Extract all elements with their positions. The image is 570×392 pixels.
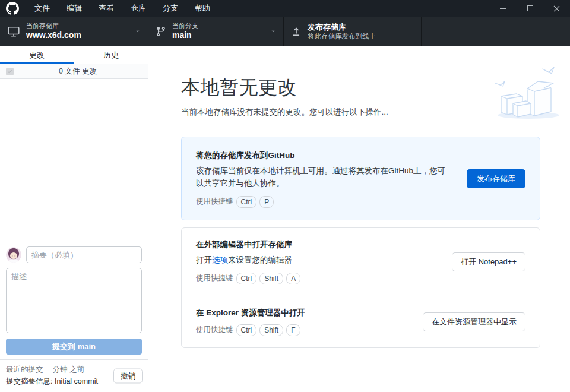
commit-button-prefix: 提交到 bbox=[52, 342, 78, 351]
menu-edit[interactable]: 编辑 bbox=[58, 0, 90, 17]
check-icon bbox=[7, 69, 12, 74]
publish-repository-title: 发布存储库 bbox=[308, 23, 376, 32]
menu-help[interactable]: 帮助 bbox=[186, 0, 218, 17]
chevron-down-icon bbox=[126, 27, 141, 36]
last-commit-panel: 最近的提交 一分钟 之前 提交摘要信息: Initial commit 撤销 bbox=[0, 359, 148, 392]
changes-list-empty-area bbox=[0, 79, 148, 241]
tab-changes[interactable]: 更改 bbox=[0, 46, 74, 64]
publish-repository-toolbar-button[interactable]: 发布存储库 将此存储库发布到线上 bbox=[284, 17, 422, 46]
current-repository-dropdown[interactable]: 当前存储库 www.x6d.com bbox=[0, 17, 148, 46]
shortcut-label: 使用快捷键 bbox=[196, 325, 233, 335]
changed-files-header: 0 文件 更改 bbox=[0, 64, 148, 79]
commit-form: 提交到 main bbox=[0, 241, 148, 359]
commit-summary-input[interactable] bbox=[26, 246, 142, 263]
files-changed-count: 0 文件 更改 bbox=[14, 67, 142, 77]
options-link[interactable]: 选项 bbox=[212, 255, 228, 264]
show-in-explorer-button[interactable]: 在文件资源管理器中显示 bbox=[423, 312, 525, 331]
maximize-icon bbox=[527, 5, 533, 11]
tab-history[interactable]: 历史 bbox=[74, 46, 148, 64]
toolbar: 当前存储库 www.x6d.com 当前分支 main 发布存储库 将此存储库发… bbox=[0, 17, 570, 46]
main-panel: 本地暂无更改 当前本地存储库没有未提交的更改。您可以进行以下操作... 将您的存… bbox=[148, 46, 570, 392]
open-in-editor-title: 在外部编辑器中打开存储库 bbox=[196, 239, 300, 250]
commit-description-input[interactable] bbox=[6, 268, 142, 333]
menu-view[interactable]: 查看 bbox=[90, 0, 122, 17]
kbd-ctrl: Ctrl bbox=[236, 196, 257, 208]
page-subtitle: 当前本地存储库没有未提交的更改。您可以进行以下操作... bbox=[181, 107, 539, 118]
sidebar-tabs: 更改 历史 bbox=[0, 46, 148, 64]
publish-card-description: 该存储库当前仅在本地计算机上可用。通过将其发布在GitHub上，您可以共享它并与… bbox=[196, 165, 451, 190]
chevron-down-icon bbox=[262, 27, 276, 36]
close-button[interactable] bbox=[543, 0, 570, 17]
editor-desc-before: 打开 bbox=[196, 255, 212, 264]
menu-branch[interactable]: 分支 bbox=[154, 0, 186, 17]
kbd-shift: Shift bbox=[259, 273, 283, 284]
toolbar-empty-area bbox=[422, 17, 570, 46]
kbd-f: F bbox=[286, 324, 300, 336]
sidebar: 更改 历史 0 文件 更改 提交到 main 最近的提交 一分钟 之前 提交摘要… bbox=[0, 46, 148, 392]
commit-to-branch-button[interactable]: 提交到 main bbox=[6, 339, 142, 355]
page-title: 本地暂无更改 bbox=[181, 75, 539, 101]
blank-slate-actions-card: 在外部编辑器中打开存储库 打开选项来设置您的编辑器 使用快捷键 Ctrl Shi… bbox=[181, 227, 540, 348]
publish-card-title: 将您的存储库发布到GitHub bbox=[196, 150, 451, 161]
kbd-p: P bbox=[259, 196, 274, 208]
window-controls bbox=[490, 0, 570, 17]
kbd-shift: Shift bbox=[259, 324, 283, 336]
current-repository-label: 当前存储库 bbox=[26, 22, 81, 30]
current-branch-label: 当前分支 bbox=[172, 22, 198, 30]
select-all-checkbox[interactable] bbox=[6, 68, 14, 75]
minimize-icon bbox=[500, 8, 506, 9]
github-octocat-icon bbox=[6, 2, 19, 15]
open-in-editor-row: 在外部编辑器中打开存储库 打开选项来设置您的编辑器 使用快捷键 Ctrl Shi… bbox=[182, 228, 540, 296]
undo-button[interactable]: 撤销 bbox=[113, 369, 142, 384]
current-branch-name: main bbox=[172, 30, 198, 41]
close-icon bbox=[553, 5, 560, 12]
menu-repository[interactable]: 仓库 bbox=[122, 0, 154, 17]
kbd-ctrl: Ctrl bbox=[236, 273, 257, 284]
current-repository-name: www.x6d.com bbox=[26, 30, 81, 41]
open-editor-button[interactable]: 打开 Notepad++ bbox=[452, 252, 525, 271]
open-in-explorer-title: 在 Explorer 资源管理器中打开 bbox=[196, 308, 305, 318]
last-commit-summary-label: 提交摘要信息: bbox=[6, 377, 52, 385]
kbd-ctrl: Ctrl bbox=[236, 324, 257, 336]
current-branch-dropdown[interactable]: 当前分支 main bbox=[148, 17, 284, 46]
upload-icon bbox=[291, 26, 302, 37]
git-branch-icon bbox=[156, 26, 166, 37]
maximize-button[interactable] bbox=[517, 0, 543, 17]
monitor-icon bbox=[7, 25, 20, 38]
minimize-button[interactable] bbox=[490, 0, 517, 17]
editor-desc-after: 来设置您的编辑器 bbox=[228, 255, 292, 264]
open-in-explorer-row: 在 Explorer 资源管理器中打开 使用快捷键 Ctrl Shift F 在… bbox=[182, 296, 540, 347]
last-commit-summary-value: Initial commit bbox=[55, 377, 98, 385]
title-bar: 文件 编辑 查看 仓库 分支 帮助 bbox=[0, 0, 570, 17]
publish-repository-subtitle: 将此存储库发布到线上 bbox=[308, 32, 376, 40]
menu-file[interactable]: 文件 bbox=[26, 0, 58, 17]
commit-button-branch: main bbox=[78, 342, 96, 351]
publish-to-github-card: 将您的存储库发布到GitHub 该存储库当前仅在本地计算机上可用。通过将其发布在… bbox=[181, 137, 540, 220]
publish-repository-button[interactable]: 发布存储库 bbox=[467, 169, 525, 188]
shortcut-label: 使用快捷键 bbox=[196, 197, 233, 207]
shortcut-label: 使用快捷键 bbox=[196, 273, 233, 283]
kbd-a: A bbox=[286, 273, 300, 284]
menu-bar: 文件 编辑 查看 仓库 分支 帮助 bbox=[26, 0, 218, 17]
avatar bbox=[6, 247, 21, 263]
